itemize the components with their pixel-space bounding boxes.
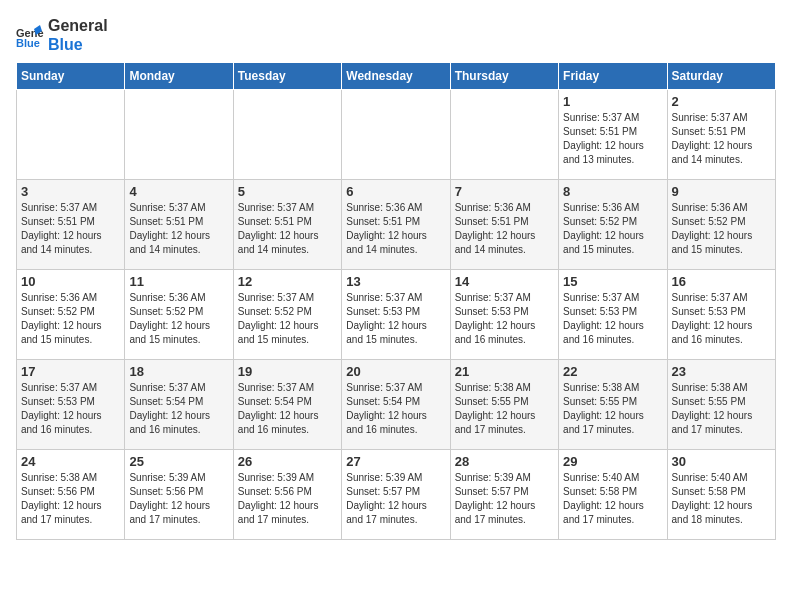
day-number: 6 (346, 184, 445, 199)
weekday-header: Wednesday (342, 63, 450, 90)
day-info: Sunrise: 5:40 AM Sunset: 5:58 PM Dayligh… (563, 471, 662, 527)
calendar-cell: 3Sunrise: 5:37 AM Sunset: 5:51 PM Daylig… (17, 180, 125, 270)
calendar-week-row: 3Sunrise: 5:37 AM Sunset: 5:51 PM Daylig… (17, 180, 776, 270)
day-number: 9 (672, 184, 771, 199)
day-info: Sunrise: 5:37 AM Sunset: 5:54 PM Dayligh… (238, 381, 337, 437)
day-number: 17 (21, 364, 120, 379)
calendar-cell: 5Sunrise: 5:37 AM Sunset: 5:51 PM Daylig… (233, 180, 341, 270)
day-info: Sunrise: 5:36 AM Sunset: 5:52 PM Dayligh… (672, 201, 771, 257)
calendar-cell: 27Sunrise: 5:39 AM Sunset: 5:57 PM Dayli… (342, 450, 450, 540)
day-info: Sunrise: 5:38 AM Sunset: 5:55 PM Dayligh… (672, 381, 771, 437)
day-info: Sunrise: 5:37 AM Sunset: 5:53 PM Dayligh… (563, 291, 662, 347)
page-header: General Blue General Blue (16, 16, 776, 54)
day-number: 2 (672, 94, 771, 109)
weekday-header: Saturday (667, 63, 775, 90)
weekday-row: SundayMondayTuesdayWednesdayThursdayFrid… (17, 63, 776, 90)
day-number: 23 (672, 364, 771, 379)
calendar-cell (342, 90, 450, 180)
day-number: 10 (21, 274, 120, 289)
calendar-cell: 30Sunrise: 5:40 AM Sunset: 5:58 PM Dayli… (667, 450, 775, 540)
logo-icon: General Blue (16, 21, 44, 49)
day-info: Sunrise: 5:39 AM Sunset: 5:57 PM Dayligh… (455, 471, 554, 527)
calendar-week-row: 24Sunrise: 5:38 AM Sunset: 5:56 PM Dayli… (17, 450, 776, 540)
day-info: Sunrise: 5:37 AM Sunset: 5:51 PM Dayligh… (563, 111, 662, 167)
day-info: Sunrise: 5:36 AM Sunset: 5:51 PM Dayligh… (455, 201, 554, 257)
day-number: 5 (238, 184, 337, 199)
calendar-cell: 18Sunrise: 5:37 AM Sunset: 5:54 PM Dayli… (125, 360, 233, 450)
logo: General Blue General Blue (16, 16, 108, 54)
day-number: 30 (672, 454, 771, 469)
calendar-cell: 28Sunrise: 5:39 AM Sunset: 5:57 PM Dayli… (450, 450, 558, 540)
day-number: 21 (455, 364, 554, 379)
day-number: 3 (21, 184, 120, 199)
day-info: Sunrise: 5:37 AM Sunset: 5:54 PM Dayligh… (346, 381, 445, 437)
day-info: Sunrise: 5:37 AM Sunset: 5:53 PM Dayligh… (346, 291, 445, 347)
day-number: 24 (21, 454, 120, 469)
calendar-cell: 23Sunrise: 5:38 AM Sunset: 5:55 PM Dayli… (667, 360, 775, 450)
calendar-cell: 14Sunrise: 5:37 AM Sunset: 5:53 PM Dayli… (450, 270, 558, 360)
calendar-cell: 29Sunrise: 5:40 AM Sunset: 5:58 PM Dayli… (559, 450, 667, 540)
day-info: Sunrise: 5:37 AM Sunset: 5:54 PM Dayligh… (129, 381, 228, 437)
day-number: 27 (346, 454, 445, 469)
day-number: 12 (238, 274, 337, 289)
day-info: Sunrise: 5:37 AM Sunset: 5:53 PM Dayligh… (455, 291, 554, 347)
day-info: Sunrise: 5:39 AM Sunset: 5:56 PM Dayligh… (129, 471, 228, 527)
day-number: 13 (346, 274, 445, 289)
calendar-cell (450, 90, 558, 180)
calendar-body: 1Sunrise: 5:37 AM Sunset: 5:51 PM Daylig… (17, 90, 776, 540)
day-number: 14 (455, 274, 554, 289)
day-number: 28 (455, 454, 554, 469)
weekday-header: Tuesday (233, 63, 341, 90)
calendar-cell: 10Sunrise: 5:36 AM Sunset: 5:52 PM Dayli… (17, 270, 125, 360)
calendar-cell: 8Sunrise: 5:36 AM Sunset: 5:52 PM Daylig… (559, 180, 667, 270)
calendar-cell: 12Sunrise: 5:37 AM Sunset: 5:52 PM Dayli… (233, 270, 341, 360)
weekday-header: Sunday (17, 63, 125, 90)
svg-text:Blue: Blue (16, 37, 40, 49)
day-info: Sunrise: 5:37 AM Sunset: 5:51 PM Dayligh… (129, 201, 228, 257)
calendar-cell: 7Sunrise: 5:36 AM Sunset: 5:51 PM Daylig… (450, 180, 558, 270)
calendar-cell: 13Sunrise: 5:37 AM Sunset: 5:53 PM Dayli… (342, 270, 450, 360)
day-info: Sunrise: 5:37 AM Sunset: 5:51 PM Dayligh… (672, 111, 771, 167)
day-info: Sunrise: 5:36 AM Sunset: 5:52 PM Dayligh… (563, 201, 662, 257)
calendar-cell: 24Sunrise: 5:38 AM Sunset: 5:56 PM Dayli… (17, 450, 125, 540)
day-number: 22 (563, 364, 662, 379)
day-info: Sunrise: 5:37 AM Sunset: 5:53 PM Dayligh… (21, 381, 120, 437)
calendar-cell (125, 90, 233, 180)
calendar-cell: 4Sunrise: 5:37 AM Sunset: 5:51 PM Daylig… (125, 180, 233, 270)
day-number: 4 (129, 184, 228, 199)
day-number: 8 (563, 184, 662, 199)
day-info: Sunrise: 5:37 AM Sunset: 5:51 PM Dayligh… (21, 201, 120, 257)
day-info: Sunrise: 5:37 AM Sunset: 5:53 PM Dayligh… (672, 291, 771, 347)
weekday-header: Thursday (450, 63, 558, 90)
calendar-cell: 21Sunrise: 5:38 AM Sunset: 5:55 PM Dayli… (450, 360, 558, 450)
calendar-cell: 9Sunrise: 5:36 AM Sunset: 5:52 PM Daylig… (667, 180, 775, 270)
calendar-cell: 2Sunrise: 5:37 AM Sunset: 5:51 PM Daylig… (667, 90, 775, 180)
day-number: 20 (346, 364, 445, 379)
calendar-table: SundayMondayTuesdayWednesdayThursdayFrid… (16, 62, 776, 540)
day-info: Sunrise: 5:38 AM Sunset: 5:55 PM Dayligh… (455, 381, 554, 437)
calendar-cell (17, 90, 125, 180)
calendar-cell: 16Sunrise: 5:37 AM Sunset: 5:53 PM Dayli… (667, 270, 775, 360)
day-info: Sunrise: 5:36 AM Sunset: 5:51 PM Dayligh… (346, 201, 445, 257)
day-number: 29 (563, 454, 662, 469)
day-number: 25 (129, 454, 228, 469)
calendar-cell (233, 90, 341, 180)
day-number: 18 (129, 364, 228, 379)
day-info: Sunrise: 5:36 AM Sunset: 5:52 PM Dayligh… (129, 291, 228, 347)
calendar-cell: 6Sunrise: 5:36 AM Sunset: 5:51 PM Daylig… (342, 180, 450, 270)
logo-blue: Blue (48, 35, 108, 54)
day-info: Sunrise: 5:39 AM Sunset: 5:57 PM Dayligh… (346, 471, 445, 527)
calendar-cell: 17Sunrise: 5:37 AM Sunset: 5:53 PM Dayli… (17, 360, 125, 450)
calendar-cell: 25Sunrise: 5:39 AM Sunset: 5:56 PM Dayli… (125, 450, 233, 540)
day-number: 16 (672, 274, 771, 289)
calendar-header: SundayMondayTuesdayWednesdayThursdayFrid… (17, 63, 776, 90)
weekday-header: Monday (125, 63, 233, 90)
day-number: 26 (238, 454, 337, 469)
weekday-header: Friday (559, 63, 667, 90)
calendar-cell: 19Sunrise: 5:37 AM Sunset: 5:54 PM Dayli… (233, 360, 341, 450)
calendar-cell: 26Sunrise: 5:39 AM Sunset: 5:56 PM Dayli… (233, 450, 341, 540)
day-info: Sunrise: 5:39 AM Sunset: 5:56 PM Dayligh… (238, 471, 337, 527)
day-number: 7 (455, 184, 554, 199)
calendar-cell: 22Sunrise: 5:38 AM Sunset: 5:55 PM Dayli… (559, 360, 667, 450)
day-number: 11 (129, 274, 228, 289)
